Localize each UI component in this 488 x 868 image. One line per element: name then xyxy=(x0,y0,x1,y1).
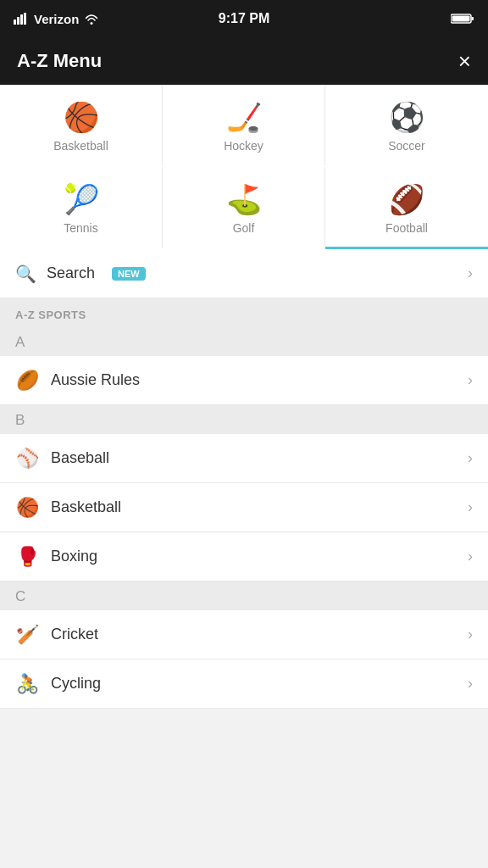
list-item-left: ⚾ Baseball xyxy=(15,448,109,470)
new-badge: NEW xyxy=(112,267,146,281)
cycling-label: Cycling xyxy=(51,675,101,693)
status-bar: Verizon 9:17 PM xyxy=(0,0,488,37)
search-chevron-icon: › xyxy=(468,264,473,282)
letter-b: B xyxy=(15,412,25,428)
sport-item-soccer[interactable]: ⚽ Soccer xyxy=(325,85,488,167)
soccer-label: Soccer xyxy=(388,139,425,153)
list-item-cycling[interactable]: 🚴 Cycling › xyxy=(0,659,488,709)
cycling-icon: 🚴 xyxy=(15,673,39,695)
signal-icon xyxy=(14,13,29,25)
basketball-icon: 🏀 xyxy=(64,100,99,134)
list-item-cricket[interactable]: 🏏 Cricket › xyxy=(0,610,488,659)
soccer-icon: ⚽ xyxy=(389,100,424,134)
sport-item-basketball[interactable]: 🏀 Basketball xyxy=(0,85,163,167)
list-item-left: 🏉 Aussie Rules xyxy=(15,370,140,392)
sport-item-hockey[interactable]: 🏒 Hockey xyxy=(163,85,325,167)
boxing-label: Boxing xyxy=(51,548,97,565)
baseball-chevron-icon: › xyxy=(468,449,473,467)
basketball-list-label: Basketball xyxy=(51,498,121,516)
status-left: Verizon xyxy=(14,12,99,26)
football-label: Football xyxy=(385,221,428,235)
list-item-baseball[interactable]: ⚾ Baseball › xyxy=(0,434,488,483)
search-left: 🔍 Search NEW xyxy=(15,264,146,284)
sport-item-tennis[interactable]: 🎾 Tennis xyxy=(0,167,163,249)
boxing-chevron-icon: › xyxy=(468,548,473,565)
basketball-chevron-icon: › xyxy=(468,498,473,516)
search-row[interactable]: 🔍 Search NEW › xyxy=(0,249,488,298)
list-item-basketball[interactable]: 🏀 Basketball › xyxy=(0,483,488,532)
svg-rect-0 xyxy=(14,19,16,25)
aussie-rules-icon: 🏉 xyxy=(15,370,39,392)
cricket-icon: 🏏 xyxy=(15,624,39,646)
wifi-icon xyxy=(84,13,99,25)
svg-rect-3 xyxy=(24,13,26,25)
status-right xyxy=(451,13,474,25)
list-item-left: 🏀 Basketball xyxy=(15,497,121,519)
cycling-chevron-icon: › xyxy=(468,675,473,693)
hockey-icon: 🏒 xyxy=(226,100,262,134)
list-item-aussie-rules[interactable]: 🏉 Aussie Rules › xyxy=(0,356,488,405)
svg-rect-1 xyxy=(17,17,19,25)
page-title: A-Z Menu xyxy=(17,50,102,72)
sport-item-football[interactable]: 🏈 Football xyxy=(325,167,488,249)
basketball-label: Basketball xyxy=(53,139,108,153)
cricket-label: Cricket xyxy=(51,626,98,643)
letter-c: C xyxy=(15,588,25,604)
cricket-chevron-icon: › xyxy=(468,626,473,643)
letter-header-c: C xyxy=(0,581,488,610)
baseball-label: Baseball xyxy=(51,449,109,467)
status-time: 9:17 PM xyxy=(219,11,269,26)
search-label: Search xyxy=(47,264,95,282)
aussie-rules-chevron-icon: › xyxy=(468,371,473,389)
list-item-left: 🏏 Cricket xyxy=(15,624,98,646)
list-item-boxing[interactable]: 🥊 Boxing › xyxy=(0,532,488,581)
letter-header-a: A xyxy=(0,327,488,356)
basketball-list-icon: 🏀 xyxy=(15,497,39,519)
tennis-label: Tennis xyxy=(64,221,97,235)
svg-rect-7 xyxy=(472,17,474,20)
svg-rect-2 xyxy=(20,14,23,25)
svg-point-4 xyxy=(91,22,93,25)
az-section-title: A-Z SPORTS xyxy=(15,309,86,321)
boxing-icon: 🥊 xyxy=(15,546,39,568)
close-button[interactable]: × xyxy=(458,50,471,72)
golf-label: Golf xyxy=(233,221,255,235)
letter-header-b: B xyxy=(0,405,488,434)
az-section-header: A-Z SPORTS xyxy=(0,298,488,327)
hockey-label: Hockey xyxy=(224,139,263,153)
letter-a: A xyxy=(15,334,25,350)
sport-item-golf[interactable]: ⛳ Golf xyxy=(163,167,325,249)
aussie-rules-label: Aussie Rules xyxy=(51,371,140,389)
battery-icon xyxy=(451,13,474,25)
football-icon: 🏈 xyxy=(389,182,424,216)
search-icon: 🔍 xyxy=(15,264,36,284)
golf-icon: ⛳ xyxy=(226,182,262,216)
svg-rect-6 xyxy=(452,16,470,22)
carrier-label: Verizon xyxy=(34,12,79,26)
list-item-left: 🥊 Boxing xyxy=(15,546,97,568)
tennis-icon: 🎾 xyxy=(64,182,99,216)
list-item-left: 🚴 Cycling xyxy=(15,673,101,695)
header: A-Z Menu × xyxy=(0,37,488,85)
sports-grid: 🏀 Basketball 🏒 Hockey ⚽ Soccer 🎾 Tennis … xyxy=(0,85,488,249)
baseball-icon: ⚾ xyxy=(15,448,39,470)
